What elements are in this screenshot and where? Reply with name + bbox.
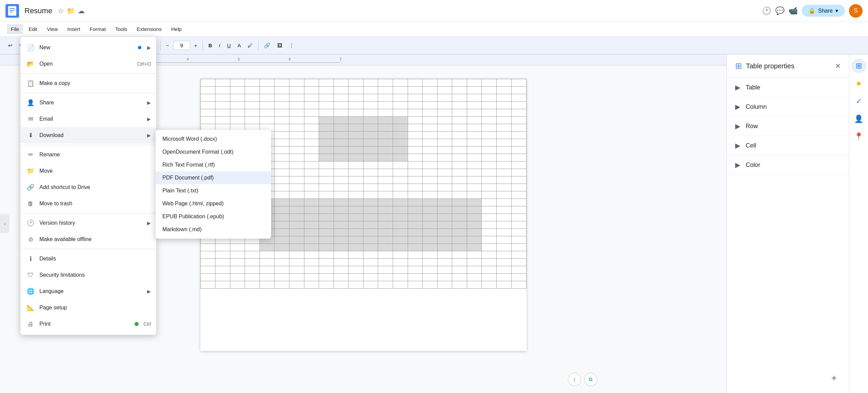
file-menu-rename[interactable]: ✏ Rename xyxy=(20,147,156,163)
new-icon: 📄 xyxy=(26,43,35,52)
menu-divider-2 xyxy=(20,93,156,93)
file-menu: 📄 New ▶ 📂 Open Ctrl+O 📋 Make a copy 👤 Sh… xyxy=(20,37,156,335)
comment-icon[interactable]: 💬 xyxy=(775,6,784,15)
file-menu-language[interactable]: 🌐 Language ▶ xyxy=(20,283,156,300)
download-odt[interactable]: OpenDocument Format (.odt) xyxy=(156,146,271,158)
file-menu-make-copy[interactable]: 📋 Make a copy xyxy=(20,75,156,91)
file-menu-email[interactable]: ✉ Email ▶ xyxy=(20,111,156,127)
insert-image-button[interactable]: 🖼 xyxy=(274,40,285,50)
side-icon-map[interactable]: 📍 xyxy=(851,129,866,144)
grammarly-arrow-icon[interactable]: ↕ xyxy=(568,373,581,386)
table-properties-icon: ⊞ xyxy=(735,61,742,71)
svg-text:6: 6 xyxy=(289,57,291,61)
download-icon: ⬇ xyxy=(26,131,35,140)
share-button[interactable]: 🔒 Share ▾ xyxy=(802,5,845,17)
menu-file[interactable]: File xyxy=(7,24,23,34)
download-rtf[interactable]: Rich Text Format (.rtf) xyxy=(156,158,271,171)
font-size-decrease[interactable]: − xyxy=(163,40,172,50)
offline-icon: ⊘ xyxy=(26,235,35,244)
collapse-sidebar-button[interactable]: ‹ xyxy=(0,214,10,233)
file-menu-download[interactable]: ⬇ Download ▶ xyxy=(20,127,156,143)
panel-section-color[interactable]: ▶ Color xyxy=(727,155,849,175)
menu-view[interactable]: View xyxy=(43,24,62,34)
menu-format[interactable]: Format xyxy=(86,24,110,34)
file-menu-share[interactable]: 👤 Share ▶ xyxy=(20,95,156,111)
panel-section-cell[interactable]: ▶ Cell xyxy=(727,136,849,155)
make-copy-icon: 📋 xyxy=(26,79,35,88)
file-menu-open[interactable]: 📂 Open Ctrl+O xyxy=(20,56,156,72)
rename-icon: ✏ xyxy=(26,150,35,159)
download-txt[interactable]: Plain Text (.txt) xyxy=(156,184,271,197)
download-pdf[interactable]: PDF Document (.pdf) xyxy=(156,171,271,184)
underline-button[interactable]: U xyxy=(224,40,233,50)
panel-close-button[interactable]: ✕ xyxy=(835,62,841,70)
cloud-icon[interactable]: ☁ xyxy=(78,7,85,15)
email-icon: ✉ xyxy=(26,114,35,124)
details-icon: ℹ xyxy=(26,254,35,263)
file-menu-version-history[interactable]: 🕐 Version history ▶ xyxy=(20,215,156,231)
menu-tools[interactable]: Tools xyxy=(111,24,131,34)
download-md[interactable]: Markdown (.md) xyxy=(156,223,271,236)
font-size-increase[interactable]: + xyxy=(192,40,200,50)
add-shortcut-icon: 🔗 xyxy=(26,183,35,192)
side-icon-table[interactable]: ⊞ xyxy=(851,58,866,73)
insert-link-button[interactable]: 🔗 xyxy=(261,40,273,51)
svg-rect-2 xyxy=(10,10,15,11)
grammarly-icon[interactable]: G xyxy=(584,373,598,386)
side-icon-checkmark[interactable]: ✓ xyxy=(851,94,866,109)
more-toolbar-button[interactable]: ⋮ xyxy=(286,40,297,51)
undo-button[interactable]: ↩ xyxy=(5,40,15,51)
file-menu-move[interactable]: 📁 Move xyxy=(20,163,156,179)
avatar[interactable]: S xyxy=(849,4,863,18)
cell-section-chevron-icon: ▶ xyxy=(735,141,740,150)
side-icon-person[interactable]: 👤 xyxy=(851,112,866,126)
file-menu-page-setup[interactable]: 📐 Page setup xyxy=(20,300,156,316)
download-arrow-icon: ▶ xyxy=(147,133,151,138)
share-icon: 👤 xyxy=(26,98,35,107)
color-section-label: Color xyxy=(746,161,760,169)
menu-edit[interactable]: Edit xyxy=(24,24,41,34)
menu-extensions[interactable]: Extensions xyxy=(132,24,165,34)
title-bar: Resume ☆ 📁 ☁ 🕐 💬 📹 🔒 Share ▾ S xyxy=(0,0,868,22)
italic-button[interactable]: I xyxy=(216,40,223,50)
text-color-button[interactable]: A xyxy=(235,40,244,50)
title-bar-left: Resume ☆ 📁 ☁ xyxy=(5,4,85,18)
folder-icon[interactable]: 📁 xyxy=(67,7,75,15)
highlight-button[interactable]: 🖊 xyxy=(245,40,255,50)
print-menu-icon: 🖨 xyxy=(26,319,35,329)
star-icon[interactable]: ☆ xyxy=(58,7,64,15)
move-icon: 📁 xyxy=(26,166,35,176)
color-section-chevron-icon: ▶ xyxy=(735,161,740,169)
svg-text:7: 7 xyxy=(340,57,342,61)
file-menu-print[interactable]: 🖨 Print Ctrl xyxy=(20,316,156,332)
panel-section-table[interactable]: ▶ Table xyxy=(727,78,849,97)
right-panel: ⊞ Table properties ✕ ▶ Table ▶ Column ▶ … xyxy=(727,54,849,393)
panel-section-row[interactable]: ▶ Row xyxy=(727,117,849,136)
download-docx[interactable]: Microsoft Word (.docx) xyxy=(156,133,271,146)
download-epub[interactable]: EPUB Publication (.epub) xyxy=(156,210,271,223)
menu-help[interactable]: Help xyxy=(167,24,186,34)
bold-button[interactable]: B xyxy=(206,40,215,50)
file-menu-details[interactable]: ℹ Details xyxy=(20,251,156,267)
svg-text:4: 4 xyxy=(187,57,189,61)
file-menu-trash[interactable]: 🗑 Move to trash xyxy=(20,195,156,212)
meet-icon[interactable]: 📹 xyxy=(789,6,798,15)
history-icon[interactable]: 🕐 xyxy=(762,6,771,15)
file-menu-add-shortcut[interactable]: 🔗 Add shortcut to Drive xyxy=(20,179,156,195)
version-history-arrow-icon: ▶ xyxy=(147,220,151,226)
row-section-label: Row xyxy=(746,123,758,130)
share-chevron-icon: ▾ xyxy=(835,7,838,14)
file-menu-new[interactable]: 📄 New ▶ xyxy=(20,39,156,56)
share-arrow-icon: ▶ xyxy=(147,100,151,105)
font-size-input[interactable] xyxy=(173,41,190,50)
panel-add-button[interactable]: + xyxy=(826,370,842,386)
file-menu-security[interactable]: 🛡 Security limitations xyxy=(20,267,156,283)
menu-insert[interactable]: Insert xyxy=(63,24,84,34)
panel-section-column[interactable]: ▶ Column xyxy=(727,97,849,117)
table-section-label: Table xyxy=(746,84,760,91)
menu-divider-4 xyxy=(20,213,156,213)
file-menu-offline[interactable]: ⊘ Make available offline xyxy=(20,231,156,247)
column-section-label: Column xyxy=(746,103,767,110)
download-html[interactable]: Web Page (.html, zipped) xyxy=(156,197,271,210)
side-icon-star-yellow[interactable]: ★ xyxy=(851,76,866,91)
